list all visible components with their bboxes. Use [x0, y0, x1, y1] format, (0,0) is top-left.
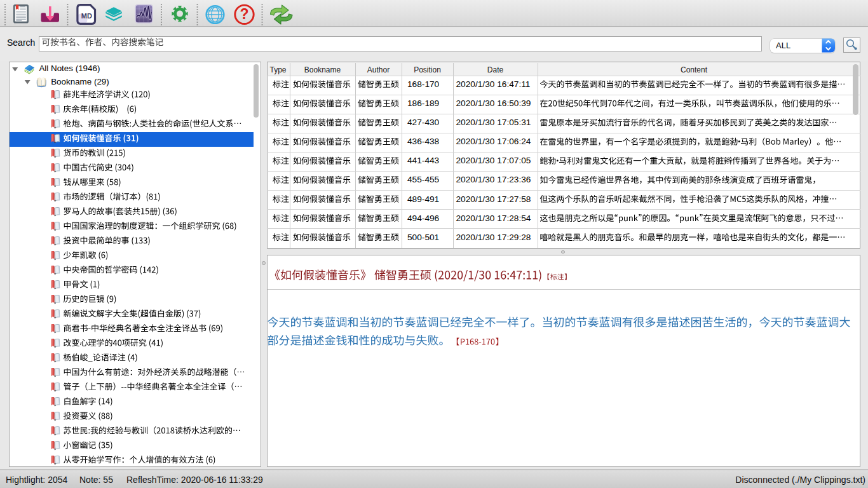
svg-text:?: ?	[240, 6, 248, 22]
svg-text:MD: MD	[81, 12, 92, 20]
